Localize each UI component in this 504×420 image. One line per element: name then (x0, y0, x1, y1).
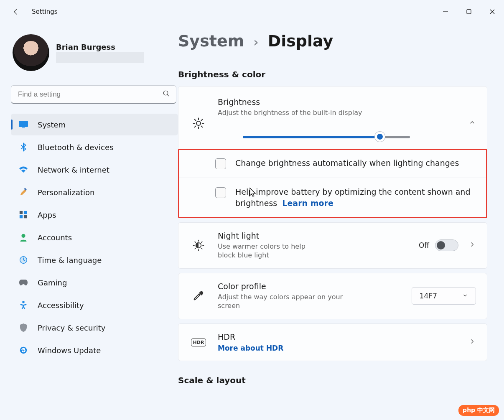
search-icon (163, 90, 170, 99)
hdr-title: HDR (218, 332, 458, 341)
hdr-link[interactable]: More about HDR (218, 344, 283, 352)
colorprofile-title: Color profile (218, 282, 402, 291)
minimize-button[interactable] (434, 2, 457, 22)
svg-line-35 (201, 242, 202, 243)
learn-more-link[interactable]: Learn more (282, 199, 333, 208)
nightlight-card[interactable]: Night light Use warmer colors to help bl… (178, 222, 487, 269)
clock-icon (18, 255, 28, 265)
maximize-button[interactable] (457, 2, 481, 22)
brightness-subtitle: Adjust the brightness of the built-in di… (218, 108, 458, 117)
sun-icon (189, 117, 208, 130)
svg-point-17 (20, 347, 27, 354)
nightlight-icon (189, 239, 208, 252)
nav-bluetooth[interactable]: Bluetooth & devices (11, 136, 178, 158)
close-button[interactable] (481, 2, 504, 22)
breadcrumb-current: Display (268, 32, 333, 50)
chevron-down-icon (462, 292, 468, 300)
nav-personalization[interactable]: Personalization (11, 181, 178, 203)
brightness-row[interactable]: Brightness Adjust the brightness of the … (178, 87, 487, 149)
svg-rect-1 (467, 10, 471, 14)
highlighted-region: Change brightness automatically when lig… (178, 149, 487, 218)
nav-apps[interactable]: Apps (11, 204, 178, 226)
nav-label: System (38, 120, 66, 129)
nav-label: Time & language (38, 256, 102, 265)
battery-optimize-checkbox[interactable] (215, 187, 226, 198)
svg-line-34 (195, 248, 196, 249)
svg-line-25 (195, 126, 196, 127)
chevron-right-icon[interactable] (468, 338, 476, 347)
auto-brightness-row[interactable]: Change brightness automatically when lig… (178, 149, 487, 178)
svg-rect-12 (24, 215, 27, 218)
svg-point-16 (22, 301, 25, 303)
update-icon (18, 345, 28, 355)
nightlight-toggle[interactable] (435, 239, 458, 251)
brightness-slider[interactable] (243, 132, 410, 141)
colorprofile-card: Color profile Adjust the way colors appe… (178, 273, 487, 319)
nightlight-subtitle: Use warmer colors to help block blue lig… (218, 242, 322, 260)
svg-line-32 (195, 242, 196, 243)
back-button[interactable] (8, 3, 24, 20)
apps-icon (18, 210, 28, 220)
svg-rect-7 (22, 127, 25, 128)
svg-line-5 (167, 94, 169, 96)
nav-privacy[interactable]: Privacy & security (11, 317, 178, 339)
svg-line-23 (195, 119, 196, 120)
nav-system[interactable]: System (11, 114, 178, 135)
shield-icon (18, 323, 28, 333)
nav-accounts[interactable]: Accounts (11, 227, 178, 248)
nav: System Bluetooth & devices Network & int… (11, 114, 178, 361)
avatar (13, 34, 49, 71)
hdr-icon: HDR (189, 339, 208, 346)
nav-label: Windows Update (38, 346, 101, 355)
auto-brightness-checkbox[interactable] (215, 158, 226, 169)
chevron-right-icon[interactable] (468, 241, 476, 250)
nightlight-state: Off (419, 241, 429, 249)
brush-icon (18, 187, 28, 197)
svg-line-33 (201, 248, 202, 249)
profile-subtitle-redacted (56, 52, 144, 63)
system-icon (18, 120, 28, 130)
nav-label: Personalization (38, 188, 94, 197)
bluetooth-icon (18, 142, 28, 152)
eyedropper-icon (189, 290, 208, 302)
svg-point-13 (21, 234, 25, 238)
colorprofile-subtitle: Adjust the way colors appear on your scr… (218, 293, 351, 311)
chevron-up-icon[interactable] (468, 119, 476, 128)
colorprofile-select[interactable]: 14F7 (412, 287, 476, 305)
hdr-card[interactable]: HDR HDR More about HDR (178, 323, 487, 361)
nav-label: Gaming (38, 278, 67, 287)
nav-network[interactable]: Network & internet (11, 159, 178, 181)
gamepad-icon (18, 277, 28, 288)
nav-label: Bluetooth & devices (38, 143, 113, 152)
auto-brightness-label: Change brightness automatically when lig… (235, 158, 459, 169)
nav-accessibility[interactable]: Accessibility (11, 294, 178, 316)
brightness-card: Brightness Adjust the brightness of the … (178, 86, 487, 218)
slider-thumb[interactable] (375, 132, 385, 142)
watermark: php 中文网 (458, 405, 499, 416)
svg-rect-6 (19, 121, 28, 127)
breadcrumb: System › Display (178, 32, 487, 50)
nav-update[interactable]: Windows Update (11, 339, 178, 361)
nav-label: Apps (38, 211, 56, 219)
svg-rect-10 (24, 211, 27, 214)
nav-time[interactable]: Time & language (11, 249, 178, 271)
breadcrumb-parent[interactable]: System (178, 32, 244, 50)
nav-label: Accounts (38, 233, 72, 242)
nav-label: Accessibility (38, 301, 84, 310)
svg-line-26 (201, 119, 203, 120)
search-box[interactable] (11, 85, 176, 104)
battery-optimize-label: Help improve battery by optimizing the c… (235, 186, 476, 209)
nav-label: Privacy & security (38, 323, 106, 332)
section-scale-heading: Scale & layout (178, 375, 487, 385)
svg-line-24 (201, 126, 203, 127)
nav-label: Network & internet (38, 165, 109, 174)
search-input[interactable] (17, 90, 163, 99)
brightness-title: Brightness (218, 97, 458, 107)
accessibility-icon (18, 300, 28, 310)
battery-optimize-text: Help improve battery by optimizing the c… (235, 187, 470, 208)
nav-gaming[interactable]: Gaming (11, 272, 178, 293)
svg-rect-9 (20, 211, 23, 214)
section-brightness-heading: Brightness & color (178, 69, 487, 79)
profile[interactable]: Brian Burgess (11, 32, 178, 74)
battery-optimize-row[interactable]: Help improve battery by optimizing the c… (178, 178, 487, 218)
